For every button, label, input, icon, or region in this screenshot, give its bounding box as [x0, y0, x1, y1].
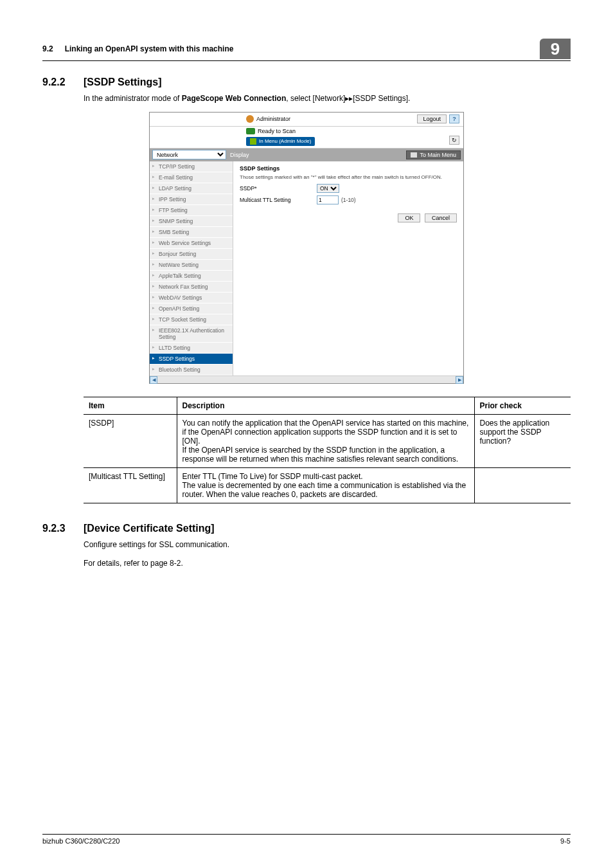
table-row: [SSDP] You can notify the application th… — [84, 414, 571, 467]
body-text: For details, refer to page 8-2. — [84, 558, 571, 569]
cell-item: [SSDP] — [84, 414, 177, 467]
sidebar-item[interactable]: SNMP Setting — [150, 216, 233, 227]
sidebar-item[interactable]: TCP/IP Setting — [150, 161, 233, 172]
mode-bar: In Menu (Admin Mode) — [246, 137, 315, 146]
main-panel: SSDP Settings Those settings marked with… — [233, 161, 463, 375]
sidebar-item[interactable]: SSDP Settings — [150, 354, 233, 365]
sidebar-item[interactable]: WebDAV Settings — [150, 293, 233, 303]
sidebar-item[interactable]: IPP Setting — [150, 194, 233, 205]
help-icon[interactable]: ? — [449, 114, 459, 123]
intro-b: PageScope Web Connection — [182, 94, 286, 103]
section-title: [SSDP Settings] — [84, 77, 162, 88]
shot-toolbar: Network Display To Main Menu — [150, 149, 463, 161]
panel-title: SSDP Settings — [240, 165, 457, 172]
ttl-range: (1-10) — [341, 197, 356, 203]
scroll-left-icon[interactable]: ◀ — [150, 376, 157, 384]
ttl-input[interactable] — [317, 195, 339, 204]
admin-text: Administrator — [256, 116, 290, 122]
ok-button[interactable]: OK — [398, 213, 420, 222]
intro-c: , select [Network]▸▸[SSDP Settings]. — [286, 94, 410, 103]
sidebar-item[interactable]: LDAP Setting — [150, 183, 233, 194]
footer-right: 9-5 — [560, 837, 571, 845]
field-row-ssdp: SSDP* ON — [240, 184, 457, 193]
scrollbar[interactable]: ◀ ▶ — [150, 375, 463, 383]
sidebar-item[interactable]: AppleTalk Setting — [150, 271, 233, 282]
sidebar-item[interactable]: Bonjour Setting — [150, 249, 233, 260]
footer-left: bizhub C360/C280/C220 — [42, 837, 120, 845]
logout-button[interactable]: Logout — [417, 114, 447, 123]
col-item: Item — [84, 397, 177, 414]
scanner-icon — [246, 128, 255, 134]
table-row: [Multicast TTL Setting] Enter TTL (Time … — [84, 467, 571, 503]
sidebar-item[interactable]: Bluetooth Setting — [150, 365, 233, 375]
table-header-row: Item Description Prior check — [84, 397, 571, 414]
header-badge: 9 — [540, 39, 571, 59]
shot-status: Ready to Scan In Menu (Admin Mode) ↻ — [150, 127, 463, 149]
screenshot: Administrator Logout ? Ready to Scan In … — [149, 112, 464, 384]
header-rule — [42, 60, 571, 61]
cell-item: [Multicast TTL Setting] — [84, 467, 177, 503]
section-number: 9.2.3 — [42, 523, 84, 534]
cell-prior-check — [474, 467, 571, 503]
main-menu-button[interactable]: To Main Menu — [406, 150, 461, 159]
reload-icon[interactable]: ↻ — [449, 136, 459, 145]
ssdp-select[interactable]: ON — [317, 184, 339, 193]
header-section: 9.2 — [42, 44, 53, 53]
section-intro: In the administrator mode of PageScope W… — [84, 93, 571, 104]
main-menu-icon — [411, 152, 417, 158]
cancel-button[interactable]: Cancel — [425, 213, 457, 222]
panel-note: Those settings marked with an "*" will t… — [240, 174, 457, 180]
sidebar-item[interactable]: Web Service Settings — [150, 238, 233, 249]
sidebar-item[interactable]: IEEE802.1X Authentication Setting — [150, 325, 233, 343]
ttl-label: Multicast TTL Setting — [240, 197, 317, 203]
panel-buttons: OK Cancel — [240, 213, 457, 222]
sidebar-item[interactable]: TCP Socket Setting — [150, 314, 233, 325]
ready-label: Ready to Scan — [246, 128, 296, 134]
sidebar-item[interactable]: LLTD Setting — [150, 343, 233, 354]
cell-description: Enter TTL (Time To Live) for SSDP multi-… — [177, 467, 474, 503]
page-footer: bizhub C360/C280/C220 9-5 — [42, 834, 571, 845]
sidebar-item[interactable]: E-mail Setting — [150, 172, 233, 183]
main-menu-text: To Main Menu — [420, 152, 456, 158]
category-select[interactable]: Network — [152, 150, 226, 159]
mode-text: In Menu (Admin Mode) — [259, 138, 311, 144]
admin-icon — [246, 115, 254, 123]
sidebar-item[interactable]: Network Fax Setting — [150, 282, 233, 293]
sidebar-item[interactable]: SMB Setting — [150, 227, 233, 238]
cell-prior-check: Does the application support the SSDP fu… — [474, 414, 571, 467]
sidebar: TCP/IP SettingE-mail SettingLDAP Setting… — [150, 161, 233, 375]
sidebar-item[interactable]: OpenAPI Setting — [150, 303, 233, 314]
scroll-right-icon[interactable]: ▶ — [456, 376, 463, 384]
col-description: Description — [177, 397, 474, 414]
cell-description: You can notify the application that the … — [177, 414, 474, 467]
section-title: [Device Certificate Setting] — [84, 523, 215, 534]
sidebar-item[interactable]: NetWare Setting — [150, 260, 233, 271]
field-row-ttl: Multicast TTL Setting (1-10) — [240, 195, 457, 204]
settings-table: Item Description Prior check [SSDP] You … — [84, 397, 571, 503]
admin-label: Administrator — [246, 115, 290, 123]
col-prior-check: Prior check — [474, 397, 571, 414]
shot-topbar: Administrator Logout ? — [150, 113, 463, 127]
section-number: 9.2.2 — [42, 77, 84, 88]
display-button[interactable]: Display — [230, 152, 249, 158]
intro-a: In the administrator mode of — [84, 94, 182, 103]
sidebar-item[interactable]: FTP Setting — [150, 205, 233, 216]
ready-text: Ready to Scan — [258, 128, 296, 134]
body-text: Configure settings for SSL communication… — [84, 539, 571, 550]
mode-icon — [250, 138, 256, 145]
ssdp-label: SSDP* — [240, 185, 317, 192]
header-title: Linking an OpenAPI system with this mach… — [65, 44, 540, 53]
